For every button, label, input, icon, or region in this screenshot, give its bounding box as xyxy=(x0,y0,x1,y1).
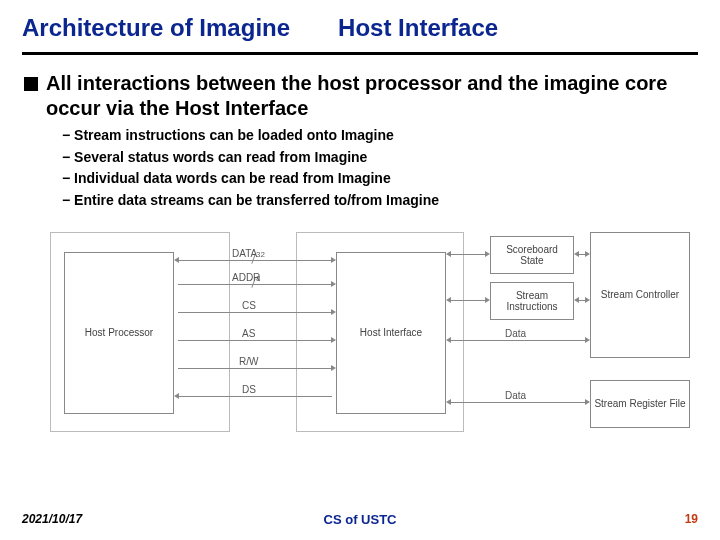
arrow-cs xyxy=(178,312,332,313)
host-interface-label: Host Interface xyxy=(360,327,422,338)
arrow-streaminstr xyxy=(450,300,486,301)
sub-bullet: Entire data streams can be transferred t… xyxy=(62,190,698,212)
title-right: Host Interface xyxy=(338,14,498,42)
stream-instr-label: Stream Instructions xyxy=(506,290,557,312)
arrow-ds xyxy=(178,396,332,397)
sig-cs: CS xyxy=(242,300,256,311)
host-processor-box: Host Processor xyxy=(64,252,174,414)
arrow-as xyxy=(178,340,332,341)
title-left: Architecture of Imagine xyxy=(22,14,290,42)
title-rule xyxy=(22,52,698,55)
arrow-data-srf xyxy=(450,402,586,403)
main-bullet: All interactions between the host proces… xyxy=(24,71,698,121)
scoreboard-label: Scoreboard State xyxy=(506,244,558,266)
sig-data-srf: Data xyxy=(505,390,526,401)
footer-center: CS of USTC xyxy=(324,512,397,527)
square-bullet-icon xyxy=(24,77,38,91)
stream-controller-label: Stream Controller xyxy=(601,289,679,300)
arrow-streaminstr-r xyxy=(578,300,586,301)
sig-ds: DS xyxy=(242,384,256,395)
arrow-scoreboard xyxy=(450,254,486,255)
sig-addr: ADDR xyxy=(232,272,260,283)
arrow-data-ctrl xyxy=(450,340,586,341)
footer: 2021/10/17 CS of USTC 19 xyxy=(0,512,720,526)
scoreboard-box: Scoreboard State xyxy=(490,236,574,274)
sig-data-ctrl: Data xyxy=(505,328,526,339)
sig-rw: R/W xyxy=(239,356,258,367)
stream-instr-box: Stream Instructions xyxy=(490,282,574,320)
data-width: 32 xyxy=(256,250,265,259)
arrow-rw xyxy=(178,368,332,369)
host-processor-label: Host Processor xyxy=(85,327,153,338)
host-interface-box: Host Interface xyxy=(336,252,446,414)
sub-bullet: Stream instructions can be loaded onto I… xyxy=(62,125,698,147)
footer-page: 19 xyxy=(685,512,698,526)
footer-date: 2021/10/17 xyxy=(22,512,82,526)
srf-box: Stream Register File xyxy=(590,380,690,428)
main-bullet-text: All interactions between the host proces… xyxy=(46,71,698,121)
srf-label: Stream Register File xyxy=(594,398,685,409)
sig-data: DATA xyxy=(232,248,257,259)
sig-as: AS xyxy=(242,328,255,339)
sub-bullet: Several status words can read from Imagi… xyxy=(62,147,698,169)
arrow-scoreboard-r xyxy=(578,254,586,255)
stream-controller-box: Stream Controller xyxy=(590,232,690,358)
sub-bullet: Individual data words can be read from I… xyxy=(62,168,698,190)
architecture-diagram: Host Processor Host Interface Scoreboard… xyxy=(50,226,690,456)
